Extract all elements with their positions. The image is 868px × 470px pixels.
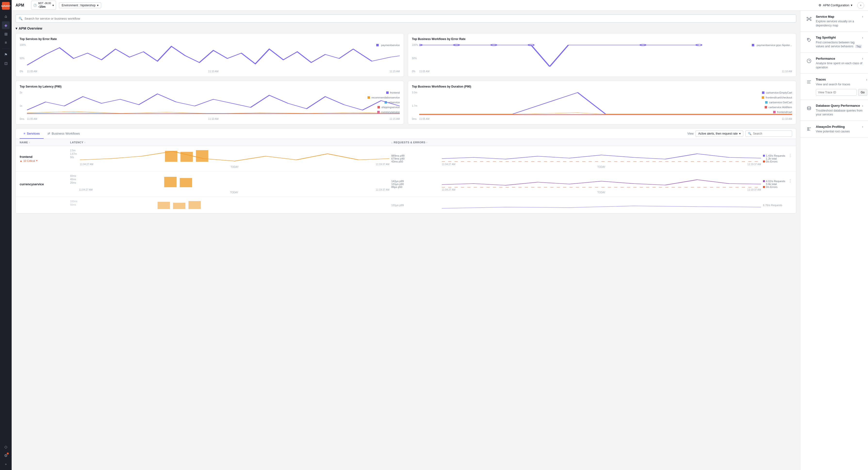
alwayson-profiling-chevron-icon: › xyxy=(862,125,863,129)
traces-icon xyxy=(805,78,813,86)
view-label: View xyxy=(687,132,693,135)
nav-item-alerts[interactable]: ⚑ xyxy=(2,51,10,58)
svg-rect-8 xyxy=(181,152,193,162)
req-stats: 4.02/s Requests xyxy=(763,180,792,183)
service-map-desc: Explore services visually on a dependenc… xyxy=(816,20,863,28)
req-cell: 11:04:27 AM 11:19:37 AM TODAY xyxy=(442,149,761,168)
req-sparkline xyxy=(442,149,761,162)
sidebar-item-service-map[interactable]: Service Map › Explore services visually … xyxy=(800,11,868,32)
sidebar-item-traces[interactable]: Traces › View and search for traces Go xyxy=(800,74,868,100)
env-selector[interactable]: Environment : hipstershop ▾ xyxy=(59,2,101,8)
top-biz-workflows-error-rate-card: Top Business Workflows by Error Rate pay… xyxy=(408,33,796,77)
latency-chart-area: 11:04:27 AM 11:19:37 AM TODAY xyxy=(80,149,390,168)
time-chevron-icon: ▾ xyxy=(53,4,54,7)
req-stats: 6.76/s Requests xyxy=(763,204,792,207)
top-services-error-rate-card: Top Services by Error Rate paymentservic… xyxy=(16,33,404,77)
latency-chart-area xyxy=(80,200,390,210)
y-labels: 3.3m 1.7m 0ms xyxy=(412,91,419,120)
nav-item-tags[interactable]: ◇ xyxy=(2,443,10,450)
latency-values-cell: 889ms p99 679ms p90 43ms p50 xyxy=(391,154,440,163)
apm-config-button[interactable]: ⚙ APM Configuration ▾ xyxy=(818,3,852,7)
latency-y-labels: 2.5m 1.67m 50s xyxy=(70,149,77,159)
nav-collapse[interactable]: » xyxy=(2,460,10,468)
req-date: TODAY xyxy=(442,166,761,168)
sidebar-item-tag-spotlight[interactable]: Tag Spotlight › Find connections between… xyxy=(800,32,868,53)
service-name-cell: frontend ▲ 10 Critical ▾ xyxy=(20,155,68,162)
latency-time-range: 11:04:27 AM 11:19:37 AM xyxy=(79,188,390,191)
view-dropdown[interactable]: Active alerts, then request rate ▾ xyxy=(695,130,743,137)
nav-item-home[interactable]: ⌂ xyxy=(2,12,10,20)
overview-header[interactable]: ▾ APM Overview xyxy=(16,26,796,30)
sidebar-item-database-query[interactable]: Database Query Performance › Troubleshoo… xyxy=(800,100,868,121)
top-biz-workflows-error-rate-title: Top Business Workflows by Error Rate xyxy=(412,37,792,41)
sidebar-item-alwayson-profiling[interactable]: AlwaysOn Profiling › View potential root… xyxy=(800,121,868,138)
traces-title: Traces › xyxy=(816,77,867,82)
row-more-icon[interactable]: ⋮ xyxy=(788,153,792,158)
row-more-icon[interactable]: ⋮ xyxy=(788,179,792,183)
svg-point-16 xyxy=(807,17,808,18)
left-panel: 🔍 ▾ APM Overview Top Services by Error R… xyxy=(12,11,800,470)
svg-point-18 xyxy=(807,20,808,21)
settings-badge xyxy=(7,452,9,455)
table-row: frontend ▲ 10 Critical ▾ 2.5m 1.67m xyxy=(16,146,796,171)
main-content: APM 🕐 MDT -06:00 -15m ▾ Environment : hi… xyxy=(12,0,868,470)
nav-divider xyxy=(2,49,10,49)
svg-rect-13 xyxy=(173,203,185,209)
table-search-input[interactable] xyxy=(753,132,789,135)
search-icon: 🔍 xyxy=(748,132,751,135)
top-biz-workflows-duration-chart: cartservice:EmptyCart frontend/cart/chec… xyxy=(412,91,792,120)
req-stats-cell: 1.43/s Requests 1.2k total 0/s Errors ⋮ xyxy=(763,154,792,163)
top-services-latency-title: Top Services by Latency (P90) xyxy=(20,85,400,88)
latency-date: TODAY xyxy=(80,166,390,168)
services-tab-label: Services xyxy=(27,132,40,135)
time-zone: MDT -06:00 xyxy=(38,2,51,5)
alwayson-profiling-content: AlwaysOn Profiling › View potential root… xyxy=(816,125,863,134)
clock-icon: 🕐 xyxy=(33,4,37,7)
latency-time-range: 11:04:27 AM 11:19:37 AM xyxy=(80,163,390,166)
tab-services[interactable]: ≡ Services xyxy=(20,129,44,139)
nav-item-settings[interactable]: ⚙ xyxy=(2,451,10,459)
tab-business-workflows[interactable]: ⇄ Business Workflows xyxy=(44,129,84,139)
service-search-bar[interactable]: 🔍 xyxy=(16,14,796,23)
req-errors: 0/s Errors xyxy=(763,160,792,163)
x-labels: 11:05 AM 11:10 AM 11:15 AM xyxy=(27,70,400,73)
trace-id-input[interactable] xyxy=(816,89,857,96)
nav-item-logs[interactable]: ≡ xyxy=(2,39,10,46)
database-query-title: Database Query Performance › xyxy=(816,104,863,108)
service-name: frontend xyxy=(20,155,68,159)
nav-item-dashboards[interactable]: ⊡ xyxy=(2,59,10,67)
latency-cell: 60ms 40ms 20ms 11:04:27 AM xyxy=(70,175,390,194)
service-search-input[interactable] xyxy=(25,17,793,20)
alert-icon: ▲ xyxy=(20,159,22,162)
alwayson-profiling-title: AlwaysOn Profiling › xyxy=(816,125,863,129)
body-area: 🔍 ▾ APM Overview Top Services by Error R… xyxy=(12,11,868,470)
notifications-button[interactable]: + xyxy=(857,2,864,9)
latency-chart-area: 11:04:27 AM 11:19:37 AM TODAY xyxy=(79,175,390,194)
right-sidebar: Service Map › Explore services visually … xyxy=(800,11,868,470)
nav-item-apm[interactable]: ◈ xyxy=(2,21,10,29)
tag-spotlight-icon xyxy=(805,36,813,44)
svg-point-17 xyxy=(810,17,811,18)
database-query-content: Database Query Performance › Troubleshoo… xyxy=(816,104,863,117)
trace-id-row: Go xyxy=(816,89,867,96)
latency-sparkline xyxy=(80,200,390,210)
traces-desc: View and search for traces xyxy=(816,83,867,87)
col-requests[interactable]: ↓ REQUESTS & ERRORS ↑ xyxy=(391,141,440,144)
svg-line-22 xyxy=(808,20,808,20)
latency-y-labels: 100ms 50ms xyxy=(70,200,78,207)
tag-spotlight-chevron-icon: › xyxy=(862,36,863,39)
service-map-icon xyxy=(805,15,813,23)
time-selector[interactable]: 🕐 MDT -06:00 -15m ▾ xyxy=(31,1,56,10)
table-search-bar[interactable]: 🔍 xyxy=(745,130,792,137)
nav-item-infrastructure[interactable]: ⊞ xyxy=(2,30,10,38)
col-name[interactable]: NAME ↑ xyxy=(20,141,68,144)
col-latency[interactable]: LATENCY ↑ xyxy=(70,141,390,144)
req-chart-area xyxy=(442,200,761,210)
sidebar-item-performance[interactable]: Performance › Analyze time spent on each… xyxy=(800,53,868,74)
time-range: -15m xyxy=(38,5,51,9)
latency-values: 889ms p99 679ms p90 43ms p50 xyxy=(391,154,440,163)
req-chart-area: 11:04:27 AM 11:19:37 AM TODAY xyxy=(442,149,761,168)
x-labels: 11:05 AM 11:10 AM xyxy=(419,70,792,73)
svg-line-23 xyxy=(810,20,810,20)
trace-id-go-button[interactable]: Go xyxy=(858,89,867,96)
